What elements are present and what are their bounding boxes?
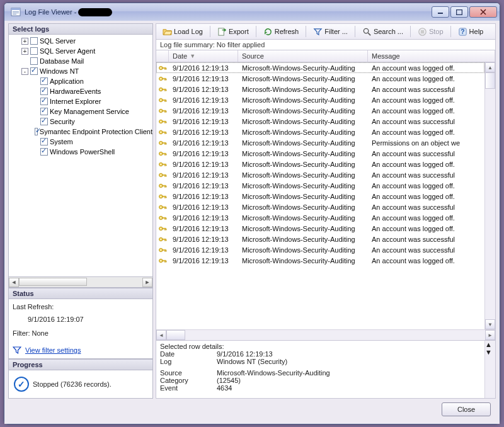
checkbox[interactable] bbox=[40, 138, 48, 145]
table-row[interactable]: 9/1/2016 12:19:13Microsoft-Windows-Secur… bbox=[156, 62, 484, 73]
table-row[interactable]: 9/1/2016 12:19:13Microsoft-Windows-Secur… bbox=[156, 202, 484, 212]
tree-item[interactable]: Windows PowerShell bbox=[9, 147, 152, 157]
table-row[interactable]: 9/1/2016 12:19:13Microsoft-Windows-Secur… bbox=[156, 116, 484, 127]
svg-rect-41 bbox=[165, 122, 166, 123]
table-row[interactable]: 9/1/2016 12:19:13Microsoft-Windows-Secur… bbox=[156, 94, 484, 105]
table-row[interactable]: 9/1/2016 12:19:13Microsoft-Windows-Secur… bbox=[156, 105, 484, 116]
last-refresh-value: 9/1/2016 12:19:07 bbox=[13, 316, 149, 323]
grid-scroll-right-button[interactable]: ► bbox=[485, 330, 495, 340]
minimize-button[interactable] bbox=[432, 6, 449, 18]
svg-rect-97 bbox=[166, 239, 166, 240]
key-icon bbox=[156, 235, 169, 244]
cell-date: 9/1/2016 12:19:13 bbox=[169, 107, 238, 115]
tree-item-label: SQL Server bbox=[40, 37, 76, 45]
cell-source: Microsoft-Windows-Security-Auditing bbox=[238, 107, 368, 115]
table-row[interactable]: 9/1/2016 12:19:13Microsoft-Windows-Secur… bbox=[156, 234, 484, 244]
checkbox[interactable] bbox=[40, 118, 48, 125]
details-scroll-down[interactable]: ▼ bbox=[485, 348, 495, 356]
details-scroll-up[interactable]: ▲ bbox=[485, 341, 495, 348]
expand-icon[interactable]: + bbox=[21, 48, 28, 55]
table-row[interactable]: 9/1/2016 12:19:13Microsoft-Windows-Secur… bbox=[156, 127, 484, 137]
progress-header: Progress bbox=[8, 359, 153, 370]
svg-rect-16 bbox=[165, 68, 166, 69]
window-close-button[interactable] bbox=[469, 6, 497, 18]
table-row[interactable]: 9/1/2016 12:19:13Microsoft-Windows-Secur… bbox=[156, 137, 484, 148]
grid-hscrollbar[interactable]: ◄ ► bbox=[156, 329, 495, 340]
svg-rect-77 bbox=[166, 196, 166, 197]
checkbox[interactable] bbox=[40, 108, 48, 115]
scroll-right-button[interactable]: ► bbox=[142, 278, 152, 287]
svg-rect-36 bbox=[165, 111, 166, 112]
col-message[interactable]: Message bbox=[368, 50, 495, 62]
checkbox[interactable] bbox=[40, 98, 48, 105]
grid-scroll-left-button[interactable]: ◄ bbox=[156, 330, 166, 340]
scroll-down-button[interactable]: ▼ bbox=[485, 319, 495, 329]
checkbox[interactable] bbox=[40, 88, 48, 95]
sort-desc-icon: ▼ bbox=[190, 53, 195, 59]
tree-item[interactable]: Key Management Service bbox=[9, 106, 152, 117]
table-row[interactable]: 9/1/2016 12:19:13Microsoft-Windows-Secur… bbox=[156, 84, 484, 94]
svg-point-74 bbox=[160, 195, 161, 196]
table-row[interactable]: 9/1/2016 12:19:13Microsoft-Windows-Secur… bbox=[156, 169, 484, 180]
expand-icon[interactable]: + bbox=[21, 38, 28, 45]
key-icon bbox=[156, 106, 169, 115]
col-date[interactable]: Date▼ bbox=[169, 50, 238, 62]
log-source-tree[interactable]: +SQL Server+SQL Server AgentDatabase Mai… bbox=[8, 35, 153, 277]
scroll-left-button[interactable]: ◄ bbox=[9, 278, 19, 287]
svg-rect-17 bbox=[166, 68, 166, 69]
checkbox[interactable] bbox=[40, 148, 48, 156]
filter-button[interactable]: Filter ... bbox=[309, 25, 352, 38]
help-icon: ? bbox=[458, 27, 467, 37]
tree-item[interactable]: HardwareEvents bbox=[9, 86, 152, 96]
table-row[interactable]: 9/1/2016 12:19:13Microsoft-Windows-Secur… bbox=[156, 159, 484, 169]
table-row[interactable]: 9/1/2016 12:19:13Microsoft-Windows-Secur… bbox=[156, 148, 484, 159]
tree-item[interactable]: Internet Explorer bbox=[9, 96, 152, 106]
load-log-button[interactable]: Load Log bbox=[159, 25, 207, 38]
tree-item-label: HardwareEvents bbox=[50, 88, 101, 95]
checkbox[interactable] bbox=[30, 57, 38, 65]
details-vscrollbar[interactable]: ▲ ▼ bbox=[484, 341, 495, 398]
grid-hscroll-thumb[interactable] bbox=[166, 330, 185, 340]
refresh-button[interactable]: Refresh bbox=[260, 25, 303, 38]
cell-date: 9/1/2016 12:19:13 bbox=[169, 150, 238, 157]
tree-hscrollbar[interactable]: ◄ ► bbox=[8, 277, 153, 288]
checkbox[interactable] bbox=[30, 47, 38, 55]
vscroll-thumb[interactable] bbox=[485, 72, 495, 89]
scroll-up-button[interactable]: ▲ bbox=[485, 62, 495, 72]
view-filter-settings-link[interactable]: View filter settings bbox=[25, 346, 81, 354]
maximize-button[interactable] bbox=[450, 6, 468, 18]
table-row[interactable]: 9/1/2016 12:19:13Microsoft-Windows-Secur… bbox=[156, 223, 484, 234]
col-icon[interactable] bbox=[156, 50, 169, 62]
checkbox[interactable] bbox=[40, 77, 48, 85]
grid-body[interactable]: 9/1/2016 12:19:13Microsoft-Windows-Secur… bbox=[156, 62, 484, 329]
export-button[interactable]: Export bbox=[214, 25, 253, 38]
tree-item[interactable]: Symantec Endpoint Protection Client bbox=[9, 127, 152, 137]
tree-item[interactable]: System bbox=[9, 137, 152, 147]
tree-item[interactable]: Application bbox=[9, 76, 152, 86]
tree-item[interactable]: -Windows NT bbox=[9, 66, 152, 76]
table-row[interactable]: 9/1/2016 12:19:13Microsoft-Windows-Secur… bbox=[156, 191, 484, 202]
table-row[interactable]: 9/1/2016 12:19:13Microsoft-Windows-Secur… bbox=[156, 212, 484, 223]
search-button[interactable]: Search ... bbox=[358, 25, 407, 38]
tree-item[interactable]: +SQL Server bbox=[9, 36, 152, 46]
svg-point-89 bbox=[160, 227, 161, 229]
table-row[interactable]: 9/1/2016 12:19:13Microsoft-Windows-Secur… bbox=[156, 73, 484, 84]
table-row[interactable]: 9/1/2016 12:19:13Microsoft-Windows-Secur… bbox=[156, 244, 484, 255]
help-button[interactable]: ?Help bbox=[454, 25, 488, 38]
grid-vscrollbar[interactable]: ▲ ▼ bbox=[484, 62, 495, 329]
close-button[interactable]: Close bbox=[442, 402, 491, 416]
checkbox[interactable] bbox=[30, 37, 38, 45]
table-row[interactable]: 9/1/2016 12:19:13Microsoft-Windows-Secur… bbox=[156, 255, 484, 266]
checkbox[interactable] bbox=[30, 67, 38, 75]
cell-source: Microsoft-Windows-Security-Auditing bbox=[238, 64, 368, 72]
titlebar[interactable]: Log File Viewer - bbox=[4, 3, 500, 21]
hscroll-thumb[interactable] bbox=[19, 278, 87, 286]
table-row[interactable]: 9/1/2016 12:19:13Microsoft-Windows-Secur… bbox=[156, 180, 484, 191]
checkbox[interactable] bbox=[35, 128, 38, 135]
tree-item[interactable]: Security bbox=[9, 117, 152, 127]
tree-item[interactable]: Database Mail bbox=[9, 56, 152, 66]
col-source[interactable]: Source bbox=[238, 50, 368, 62]
collapse-icon[interactable]: - bbox=[21, 68, 28, 75]
cell-source: Microsoft-Windows-Security-Auditing bbox=[238, 128, 368, 136]
tree-item[interactable]: +SQL Server Agent bbox=[9, 46, 152, 56]
